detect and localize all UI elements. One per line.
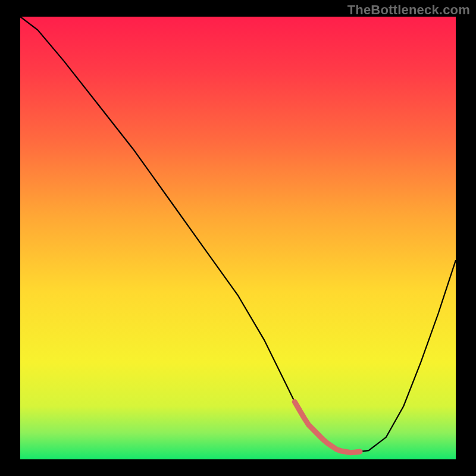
watermark-text: TheBottleneck.com — [347, 2, 470, 18]
gradient-background — [20, 17, 456, 459]
bottleneck-chart — [20, 17, 456, 459]
chart-frame — [20, 17, 456, 459]
